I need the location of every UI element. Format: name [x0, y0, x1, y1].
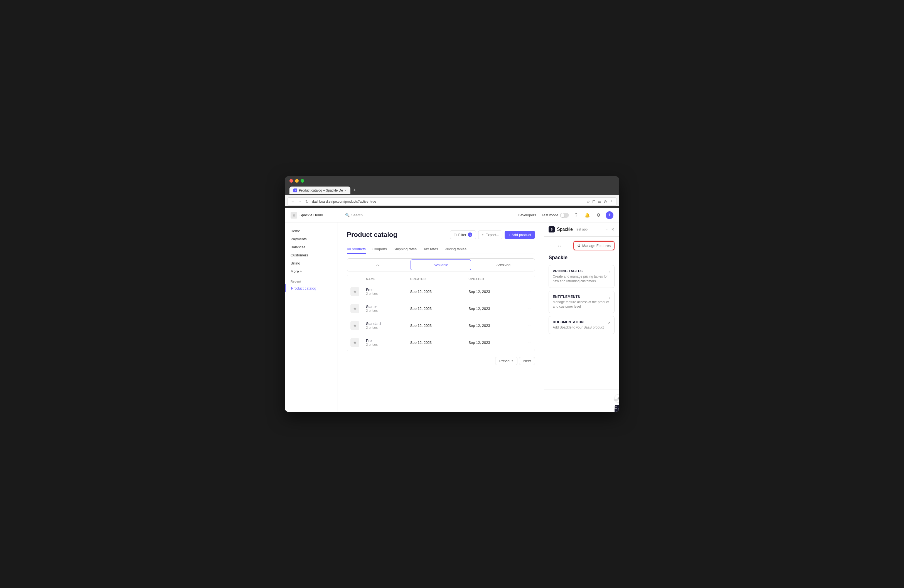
- tab-all-products[interactable]: All products: [347, 245, 366, 254]
- panel-expand-icon[interactable]: ⊡: [614, 405, 618, 409]
- notifications-button[interactable]: 🔔: [583, 211, 591, 219]
- panel-card-documentation-content: DOCUMENTATION Add Spackle to your SaaS p…: [553, 320, 604, 330]
- forward-button[interactable]: →: [297, 199, 303, 204]
- filter-pill-archived[interactable]: Archived: [472, 259, 535, 271]
- entitlements-arrow-icon: ›: [609, 296, 610, 300]
- product-created: Sep 12, 2023: [407, 317, 465, 334]
- app-container: ⊞ Spackle Demo 🔍 Search Developers Test …: [285, 208, 619, 412]
- table-row[interactable]: ◈ Starter 2 prices Sep 12, 2023 Sep 12, …: [347, 300, 535, 317]
- filter-icon: ⊟: [454, 233, 457, 237]
- minimize-traffic-light[interactable]: [295, 179, 299, 183]
- maximize-traffic-light[interactable]: [300, 179, 304, 183]
- table-row[interactable]: ◈ Standard 2 prices Sep 12, 2023 Sep 12,…: [347, 317, 535, 334]
- close-traffic-light[interactable]: [289, 179, 293, 183]
- sidebar-item-billing[interactable]: Billing: [285, 259, 338, 267]
- product-prices: 2 prices: [366, 309, 403, 313]
- tab-close-btn[interactable]: ×: [345, 189, 346, 192]
- test-mode-toggle[interactable]: [560, 213, 569, 218]
- filter-label: Filter: [458, 233, 466, 237]
- active-tab[interactable]: S Product catalog – Spackle De ×: [289, 187, 351, 194]
- developers-button[interactable]: Developers: [515, 212, 538, 218]
- profile-icon[interactable]: ⊙: [604, 199, 607, 204]
- product-name-cell: Free 2 prices: [363, 283, 407, 300]
- previous-button[interactable]: Previous: [495, 357, 518, 365]
- panel-card-pricing-tables[interactable]: PRICING TABLES Create and manage pricing…: [548, 265, 615, 288]
- address-bar-area: ← → ↻ dashboard.stripe.com/products?acti…: [285, 195, 619, 206]
- filter-pill-available[interactable]: Available: [411, 259, 471, 270]
- sidebar-recent-heading: Recent: [285, 275, 338, 284]
- panel-back-btn[interactable]: ←: [548, 243, 555, 249]
- manage-features-icon: ⚙: [577, 243, 581, 248]
- product-name: Starter: [366, 305, 403, 309]
- sidebar-item-payments[interactable]: Payments: [285, 235, 338, 243]
- tab-coupons[interactable]: Coupons: [372, 245, 387, 254]
- toggle-thumb: [561, 213, 564, 217]
- product-icon-cell: ◈: [347, 317, 363, 334]
- settings-button[interactable]: ⚙: [594, 211, 602, 219]
- panel-card-entitlements-title: ENTITLEMENTS: [553, 295, 609, 299]
- row-actions-btn[interactable]: ···: [523, 283, 535, 300]
- tab-title: Product catalog – Spackle De: [299, 188, 343, 192]
- sidebar-item-home[interactable]: Home: [285, 227, 338, 235]
- search-icon: 🔍: [345, 213, 349, 217]
- panel-header-actions: ··· ✕: [606, 227, 615, 232]
- new-tab-btn[interactable]: +: [351, 185, 359, 195]
- tab-shipping-rates[interactable]: Shipping rates: [394, 245, 417, 254]
- panel-bottom-icons: ☰ ⊡: [614, 398, 619, 409]
- filter-pills: All Available Archived: [347, 258, 535, 272]
- panel-brand: S Spackle Test app: [548, 226, 588, 232]
- tab-favicon: S: [293, 188, 297, 192]
- search-area[interactable]: 🔍 Search: [345, 213, 428, 217]
- product-icon: ◈: [351, 338, 359, 347]
- extensions-icon[interactable]: ⊡: [592, 199, 596, 204]
- product-prices: 2 prices: [366, 292, 403, 296]
- page-title: Product catalog: [347, 231, 397, 239]
- table-row[interactable]: ◈ Pro 2 prices Sep 12, 2023 Sep 12, 2023…: [347, 334, 535, 351]
- sidebar-item-product-catalog[interactable]: Product catalog: [285, 284, 338, 292]
- row-actions-btn[interactable]: ···: [523, 300, 535, 317]
- product-updated: Sep 12, 2023: [465, 300, 523, 317]
- sidebar-item-balances[interactable]: Balances: [285, 243, 338, 251]
- right-panel-wrapper: S Spackle Test app ··· ✕ ← ⌂: [544, 223, 619, 412]
- panel-card-documentation[interactable]: DOCUMENTATION Add Spackle to your SaaS p…: [548, 316, 615, 334]
- manage-features-button[interactable]: ⚙ Manage Features: [573, 241, 615, 250]
- sidebar-item-more[interactable]: More +: [285, 267, 338, 275]
- filter-button[interactable]: ⊟ Filter 1: [450, 230, 476, 239]
- sidebar-item-customers[interactable]: Customers: [285, 251, 338, 259]
- filter-pills-row: All Available Archived: [347, 258, 535, 272]
- add-product-button[interactable]: + Add product: [504, 231, 535, 239]
- panel-close-btn[interactable]: ✕: [611, 227, 615, 232]
- layout-icon[interactable]: ▭: [598, 199, 601, 204]
- bookmark-icon[interactable]: ☆: [586, 199, 590, 204]
- export-icon: ↑: [482, 233, 484, 237]
- panel-card-entitlements[interactable]: ENTITLEMENTS Manage feature access at th…: [548, 291, 615, 313]
- header-actions: Developers Test mode ? 🔔 ⚙ +: [515, 211, 613, 219]
- reload-button[interactable]: ↻: [304, 199, 310, 204]
- row-actions-btn[interactable]: ···: [523, 317, 535, 334]
- filter-pill-all[interactable]: All: [347, 259, 410, 271]
- product-name-cell: Pro 2 prices: [363, 334, 407, 351]
- col-updated: UPDATED: [465, 275, 523, 283]
- url-display[interactable]: dashboard.stripe.com/products?active=tru…: [312, 200, 584, 204]
- panel-list-icon[interactable]: ☰: [614, 398, 618, 403]
- export-button[interactable]: ↑ Export...: [478, 231, 503, 239]
- documentation-link-icon: ↗: [607, 321, 610, 325]
- table-header: NAME CREATED UPDATED: [347, 275, 535, 283]
- next-button[interactable]: Next: [519, 357, 535, 365]
- panel-brand-icon: S: [548, 226, 555, 232]
- col-actions: [523, 275, 535, 283]
- back-button[interactable]: ←: [290, 199, 296, 204]
- filter-badge: 1: [468, 232, 472, 237]
- global-add-button[interactable]: +: [605, 211, 613, 219]
- table-row[interactable]: ◈ Free 2 prices Sep 12, 2023 Sep 12, 202…: [347, 283, 535, 300]
- tab-pricing-tables[interactable]: Pricing tables: [445, 245, 466, 254]
- panel-brand-name: Spackle: [557, 227, 573, 232]
- panel-home-btn[interactable]: ⌂: [556, 243, 563, 249]
- help-button[interactable]: ?: [572, 211, 580, 219]
- tab-tax-rates[interactable]: Tax rates: [424, 245, 438, 254]
- product-updated: Sep 12, 2023: [465, 283, 523, 300]
- row-actions-btn[interactable]: ···: [523, 334, 535, 351]
- traffic-lights: [289, 179, 615, 183]
- menu-icon[interactable]: ⋮: [609, 199, 613, 204]
- panel-more-btn[interactable]: ···: [606, 227, 610, 232]
